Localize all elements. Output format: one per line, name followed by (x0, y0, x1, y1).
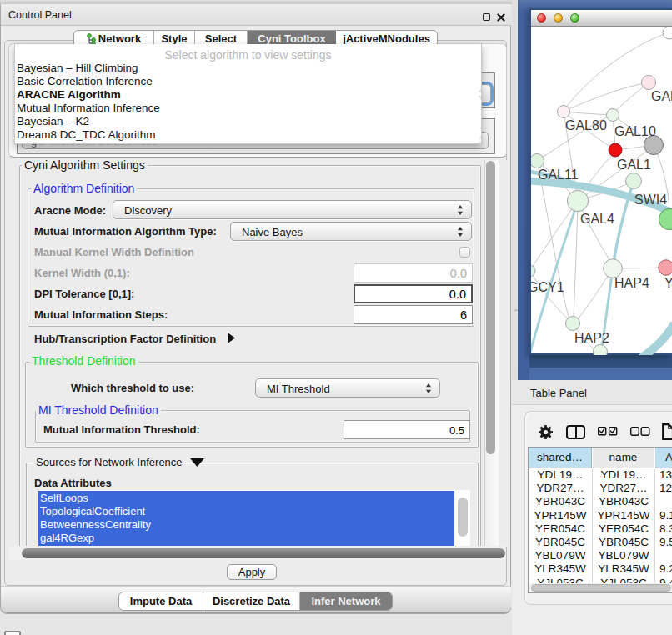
svg-text:GCY1: GCY1 (531, 280, 564, 294)
svg-text:GAL10: GAL10 (614, 124, 656, 138)
svg-text:GAL4: GAL4 (580, 212, 614, 226)
svg-text:SWI4: SWI4 (634, 192, 667, 207)
svg-text:Y: Y (664, 276, 672, 290)
svg-text:GAL80: GAL80 (565, 118, 607, 132)
svg-text:HAP2: HAP2 (574, 331, 609, 345)
svg-text:GAL1: GAL1 (617, 158, 651, 172)
svg-text:HAP4: HAP4 (614, 276, 649, 290)
svg-text:GAL11: GAL11 (538, 168, 579, 182)
svg-text:GAL7: GAL7 (651, 89, 672, 103)
